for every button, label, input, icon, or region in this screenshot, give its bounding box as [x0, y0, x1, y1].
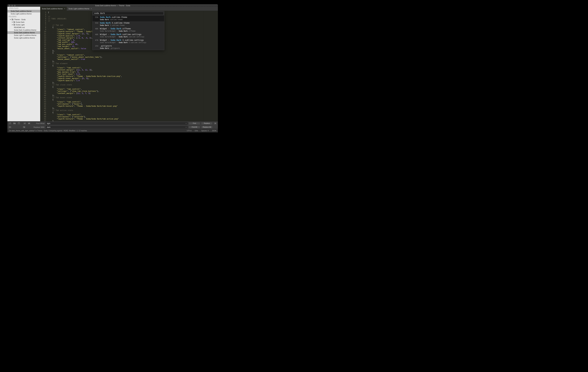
sidebar-folder[interactable]: Soda Dark [7, 21, 40, 23]
preserve-case-toggle[interactable]: ⇅ [22, 126, 26, 129]
code-line[interactable]: · · "max_margin_trim": 0, [48, 71, 203, 73]
code-line[interactable]: }, [48, 82, 203, 84]
folder-icon [13, 21, 15, 23]
code-line[interactable]: · · "class": "tab_control", [48, 114, 203, 116]
code-line[interactable]: · · "layer0.texture": "Theme - Soda/Soda… [48, 118, 203, 120]
goto-score: 558 [94, 16, 98, 21]
sidebar-file[interactable]: Soda Light 3.sublime-theme [7, 34, 40, 37]
code-line[interactable]: · · "class": "tabset_control", [48, 54, 203, 56]
goto-anything-panel: soda dark 558Soda Dark.sublime-themeSoda… [92, 11, 164, 50]
code-line[interactable]: }, [48, 107, 203, 109]
in-selection-toggle[interactable]: ⇄ [27, 122, 31, 125]
code-line[interactable]: // Tab element [48, 62, 203, 65]
titlebar: Soda Dark.sublime-theme — Theme - Soda [7, 4, 218, 7]
replace-input-value: dark [47, 126, 50, 128]
case-toggle[interactable]: Aa [13, 122, 16, 125]
minimap[interactable] [203, 11, 218, 121]
goto-result[interactable]: 486Widget - Soda Dark.sublime-settingsSo… [92, 33, 164, 39]
minimize-window-icon[interactable] [11, 5, 13, 6]
code-line[interactable]: · · "hit_test_level": 0.0, [48, 73, 203, 75]
goto-title: Widget - Soda Dark.stTheme [100, 28, 136, 30]
editor-tab[interactable]: Soda Light.sublime-theme× [67, 7, 94, 11]
goto-result[interactable]: 254.gitignoreSoda Dark/.gitignore [92, 44, 164, 50]
replace-label: Replace With: [32, 126, 45, 128]
highlight-toggle[interactable]: ≡ [8, 126, 12, 129]
window-controls [9, 5, 16, 6]
goto-result[interactable]: 478Widget - Soda Dark 3.sublime-settings… [92, 39, 164, 44]
sidebar: OPEN FILES Soda Dark.sublime-themeSoda L… [7, 7, 40, 121]
sidebar-folder[interactable]: Soda Light [7, 23, 40, 26]
code-line[interactable]: { [48, 99, 203, 101]
code-line[interactable]: · · "class": "tab_control", [48, 101, 203, 103]
code-line[interactable]: · · "attributes": ["selected"], [48, 116, 203, 118]
goto-result[interactable]: 486Widget - Soda Dark.stThemeSoda Dark/W… [92, 27, 164, 33]
goto-input[interactable]: soda dark [93, 12, 164, 15]
goto-title: Widget - Soda Dark.sublime-settings [100, 33, 144, 36]
code-line[interactable]: · · "layer0.inner_margin": [5, 5], [48, 77, 203, 80]
goto-result[interactable]: 558Soda Dark.sublime-themeSoda Dark.subl… [92, 16, 164, 21]
status-indentation[interactable]: Spaces: 4 [201, 130, 209, 131]
goto-score: 486 [94, 28, 98, 32]
code-line[interactable]: // Tab hover state [48, 97, 203, 99]
code-line[interactable]: · · "attributes": ["hover"], [48, 103, 203, 105]
find-all-button[interactable]: Find All [189, 126, 200, 129]
code-line[interactable]: · · "class": "tab_control", [48, 67, 203, 69]
goto-result[interactable]: 550Soda Dark 3.sublime-themeSoda Dark 3.… [92, 21, 164, 27]
close-tab-icon[interactable]: × [64, 8, 65, 10]
code-line[interactable]: · · "class": "tab_control", [48, 88, 203, 90]
code-line[interactable]: }, [48, 60, 203, 62]
open-file-item[interactable]: Soda Dark.sublime-theme [7, 10, 40, 12]
status-syntax[interactable]: JSON [212, 130, 216, 131]
goto-subtitle: Soda Dark/Widget - Soda Dark.stTheme [100, 30, 136, 32]
tab-label: Soda Dark.sublime-theme [42, 8, 63, 10]
goto-title: .gitignore [100, 45, 120, 47]
code-line[interactable]: · · "content_margin": [12, 3, 7, 3] [48, 92, 203, 94]
close-panel-button[interactable]: ✕ [214, 122, 217, 125]
code-line[interactable]: { [48, 86, 203, 88]
code-line[interactable]: }, [48, 120, 203, 121]
code-line[interactable]: · · "layer0.texture": "Theme - Soda/Soda… [48, 105, 203, 107]
goto-title: Soda Dark 3.sublime-theme [100, 22, 130, 24]
code-line[interactable]: · · "settings": ["mouse_wheel_switches_t… [48, 56, 203, 58]
regex-toggle[interactable]: .* [8, 122, 12, 125]
code-line[interactable]: · · "layer0.opacity": 1.0 [48, 80, 203, 82]
code-line[interactable]: { [48, 65, 203, 67]
replace-input[interactable]: dark ▾ [46, 126, 188, 129]
code-line[interactable]: // Tab active state [48, 109, 203, 111]
sidebar-file[interactable]: Soda Dark 3.sublime-theme [7, 29, 40, 31]
folders-header: FOLDERS [7, 15, 40, 18]
sidebar-file[interactable]: Soda Dark.sublime-theme [7, 31, 40, 34]
code-line[interactable]: }, [48, 94, 203, 97]
code-line[interactable]: · · "mouse_wheel_switch": true [48, 58, 203, 60]
goto-score: 486 [94, 33, 98, 38]
folder-icon [12, 19, 13, 20]
sidebar-file[interactable]: Soda Light.sublime-theme [7, 37, 40, 39]
close-tab-icon[interactable]: × [91, 8, 92, 10]
editor-pane: Soda Dark.sublime-theme×Soda Light.subli… [40, 7, 218, 121]
code-line[interactable]: · · "settings": ["show_tab_close_buttons… [48, 90, 203, 92]
close-window-icon[interactable] [9, 5, 10, 6]
status-message: On dark_theme_with_light_sidebar* in The… [9, 130, 87, 131]
wrap-toggle[interactable]: ↩ [23, 122, 26, 125]
code-line[interactable]: · · "layer0.texture": "Theme - Soda/Soda… [48, 75, 203, 77]
sidebar-folder-root[interactable]: Theme - Soda [7, 18, 40, 21]
zoom-window-icon[interactable] [14, 5, 16, 6]
replace-all-button[interactable]: Replace All [201, 126, 213, 129]
code-line[interactable]: · · "content_margin": [12, 3, 12, 3], [48, 69, 203, 71]
chevron-down-icon[interactable]: ▾ [186, 126, 187, 128]
status-line-endings[interactable]: Unix [195, 130, 198, 131]
find-button[interactable]: Find [189, 122, 200, 125]
code-line[interactable]: // Tab close state [48, 84, 203, 86]
whole-word-toggle[interactable]: "" [17, 122, 21, 125]
status-encoding[interactable]: UTF-8 [187, 130, 191, 131]
chevron-down-icon[interactable]: ▾ [186, 123, 187, 124]
editor-tab[interactable]: Soda Dark.sublime-theme× [40, 7, 67, 11]
replace-button[interactable]: Replace [201, 122, 213, 125]
code-line[interactable]: { [48, 111, 203, 114]
editor[interactable]: 1234567891011121314151617181920212223242… [40, 11, 218, 121]
find-input[interactable]: light ▾ [46, 122, 188, 125]
app-window: Soda Dark.sublime-theme — Theme - Soda O… [7, 4, 218, 132]
open-file-item[interactable]: Soda Light.sublime-theme [7, 12, 40, 15]
code-line[interactable]: { [48, 52, 203, 54]
sidebar-file[interactable]: README.md [7, 26, 40, 29]
